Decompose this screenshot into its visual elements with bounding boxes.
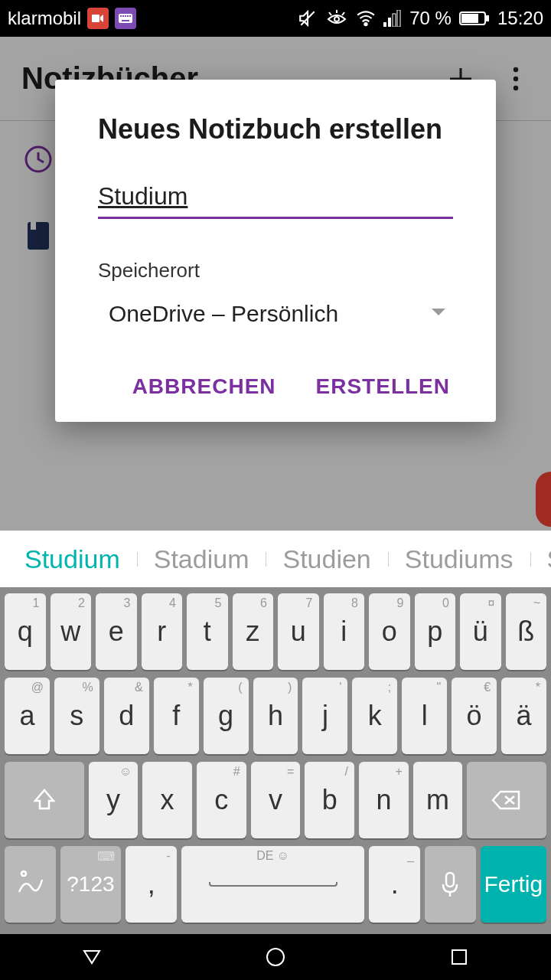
symbols-key[interactable]: ?123 ⌨ <box>60 846 122 923</box>
svg-rect-32 <box>446 873 454 887</box>
eye-comfort-icon <box>325 8 348 28</box>
key-w[interactable]: w2 <box>51 593 92 670</box>
location-dropdown[interactable]: OneDrive – Persönlich <box>98 298 453 330</box>
battery-percent: 70 % <box>409 8 452 29</box>
suggestion-item[interactable]: S <box>530 544 551 574</box>
key-ü[interactable]: ü¤ <box>460 593 501 670</box>
swype-key[interactable] <box>5 846 56 923</box>
svg-point-33 <box>267 949 284 965</box>
key-c[interactable]: c# <box>197 762 246 838</box>
svg-rect-17 <box>397 10 400 27</box>
svg-rect-1 <box>119 14 132 23</box>
key-h[interactable]: h) <box>253 678 298 754</box>
svg-line-12 <box>342 12 344 15</box>
key-u[interactable]: u7 <box>278 593 319 670</box>
key-ö[interactable]: ö€ <box>452 678 497 754</box>
svg-rect-3 <box>122 15 124 17</box>
key-q[interactable]: q1 <box>5 593 46 670</box>
svg-point-13 <box>365 23 367 25</box>
create-notebook-dialog: Neues Notizbuch erstellen Speicherort On… <box>55 80 496 422</box>
key-i[interactable]: i8 <box>324 593 365 670</box>
home-button[interactable] <box>260 942 291 972</box>
suggestion-item[interactable]: Studiums <box>388 544 530 574</box>
svg-rect-4 <box>125 15 126 17</box>
key-s[interactable]: s% <box>54 678 99 754</box>
svg-rect-0 <box>92 15 99 22</box>
recording-indicator-icon <box>87 8 109 29</box>
svg-rect-20 <box>486 15 489 21</box>
svg-rect-19 <box>461 14 478 23</box>
battery-icon <box>459 11 490 26</box>
keyboard-indicator-icon <box>115 8 136 29</box>
comma-key[interactable]: , - <box>126 846 177 923</box>
mic-key[interactable] <box>425 846 476 923</box>
cancel-button[interactable]: ABBRECHEN <box>129 365 279 408</box>
backspace-key[interactable] <box>467 762 546 838</box>
key-d[interactable]: d& <box>104 678 149 754</box>
suggestion-item[interactable]: Stadium <box>137 544 266 574</box>
key-ß[interactable]: ß~ <box>506 593 547 670</box>
key-l[interactable]: l" <box>402 678 447 754</box>
space-key[interactable]: DE ☺ <box>181 846 365 923</box>
key-j[interactable]: j' <box>302 678 347 754</box>
svg-line-10 <box>329 12 331 15</box>
mute-icon <box>298 8 318 28</box>
create-button[interactable]: ERSTELLEN <box>313 365 453 408</box>
key-x[interactable]: x <box>142 762 192 838</box>
suggestion-item[interactable]: Studien <box>266 544 387 574</box>
suggestion-bar: Studium Stadium Studien Studiums S <box>0 531 551 587</box>
svg-rect-34 <box>452 950 466 964</box>
wifi-icon <box>356 10 376 27</box>
soft-keyboard: q1w2e3r4t5z6u7i8o9p0ü¤ß~ a@s%d&f*g(h)j'k… <box>0 587 551 934</box>
svg-rect-7 <box>122 20 129 21</box>
key-m[interactable]: m <box>413 762 463 838</box>
key-z[interactable]: z6 <box>233 593 274 670</box>
enter-key[interactable]: Fertig <box>481 846 547 923</box>
key-f[interactable]: f* <box>154 678 199 754</box>
key-ä[interactable]: ä* <box>501 678 546 754</box>
svg-rect-16 <box>393 14 396 27</box>
key-t[interactable]: t5 <box>187 593 228 670</box>
svg-point-9 <box>334 17 339 21</box>
svg-rect-15 <box>388 18 391 27</box>
shift-key[interactable] <box>5 762 84 838</box>
key-y[interactable]: y☺ <box>89 762 139 838</box>
status-bar: klarmobil 70 % 15 <box>0 0 551 37</box>
svg-rect-6 <box>129 15 131 17</box>
dialog-title: Neues Notizbuch erstellen <box>98 113 453 145</box>
key-g[interactable]: g( <box>204 678 249 754</box>
key-v[interactable]: v= <box>251 762 301 838</box>
back-button[interactable] <box>77 942 107 972</box>
svg-rect-14 <box>383 22 386 27</box>
key-n[interactable]: n+ <box>359 762 409 838</box>
chevron-down-icon <box>430 307 447 321</box>
signal-icon <box>383 10 402 27</box>
suggestion-primary[interactable]: Studium <box>8 544 137 574</box>
svg-rect-5 <box>127 15 129 17</box>
key-b[interactable]: b/ <box>305 762 354 838</box>
notebook-name-input[interactable] <box>98 178 453 219</box>
key-o[interactable]: o9 <box>369 593 410 670</box>
period-key[interactable]: . _ <box>369 846 420 923</box>
key-k[interactable]: k; <box>352 678 397 754</box>
clock-label: 15:20 <box>497 8 543 29</box>
key-e[interactable]: e3 <box>96 593 137 670</box>
key-p[interactable]: p0 <box>415 593 456 670</box>
key-a[interactable]: a@ <box>5 678 50 754</box>
carrier-label: klarmobil <box>8 8 81 29</box>
svg-rect-2 <box>120 15 122 17</box>
recents-button[interactable] <box>444 942 474 972</box>
key-r[interactable]: r4 <box>142 593 183 670</box>
location-label: Speicherort <box>98 259 453 283</box>
android-nav-bar <box>0 934 551 980</box>
location-value: OneDrive – Persönlich <box>109 301 338 327</box>
